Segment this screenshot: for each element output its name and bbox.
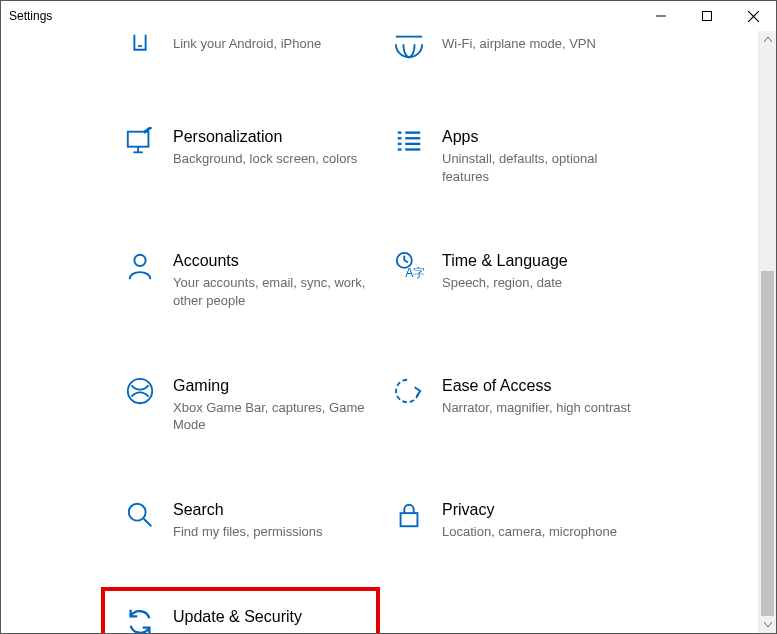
svg-text:A字: A字 xyxy=(405,267,424,281)
tile-accounts[interactable]: Accounts Your accounts, email, sync, wor… xyxy=(121,243,370,317)
tile-text: Update & Security Windows Update, recove… xyxy=(173,607,366,633)
tile-apps[interactable]: Apps Uninstall, defaults, optional featu… xyxy=(390,119,639,193)
tile-text: Privacy Location, camera, microphone xyxy=(442,500,635,541)
svg-point-24 xyxy=(129,504,146,521)
tile-text: Accounts Your accounts, email, sync, wor… xyxy=(173,251,366,309)
tile-text: Personalization Background, lock screen,… xyxy=(173,127,366,168)
globe-icon xyxy=(394,31,442,61)
tile-text: Time & Language Speech, region, date xyxy=(442,251,635,292)
tile-desc: Background, lock screen, colors xyxy=(173,150,366,168)
tile-desc: Narrator, magnifier, high contrast xyxy=(442,399,635,417)
tile-desc: Speech, region, date xyxy=(442,274,635,292)
ease-of-access-icon xyxy=(394,376,442,406)
search-icon xyxy=(125,500,173,530)
svg-line-25 xyxy=(144,519,152,527)
tile-desc: Xbox Game Bar, captures, Game Mode xyxy=(173,399,366,434)
tile-desc: Uninstall, defaults, optional features xyxy=(442,150,635,185)
tile-title: Search xyxy=(173,500,366,519)
maximize-button[interactable] xyxy=(684,1,730,31)
personalization-icon xyxy=(125,127,173,157)
vertical-scrollbar[interactable] xyxy=(758,31,776,633)
tile-search[interactable]: Search Find my files, permissions xyxy=(121,492,370,549)
tile-desc: Location, camera, microphone xyxy=(442,523,635,541)
tile-desc: Wi-Fi, airplane mode, VPN xyxy=(442,35,635,53)
tile-gaming[interactable]: Gaming Xbox Game Bar, captures, Game Mod… xyxy=(121,368,370,442)
scrollbar-thumb[interactable] xyxy=(761,271,774,616)
scroll-up-arrow[interactable] xyxy=(759,31,776,48)
person-icon xyxy=(125,251,173,281)
tile-title: Privacy xyxy=(442,500,635,519)
empty-cell xyxy=(390,549,639,633)
window-title: Settings xyxy=(9,9,638,23)
close-icon xyxy=(748,11,759,22)
close-button[interactable] xyxy=(730,1,776,31)
svg-point-23 xyxy=(128,378,152,402)
tile-desc: Windows Update, recovery, backup xyxy=(173,630,366,633)
tile-title: Personalization xyxy=(173,127,366,146)
tile-title: Ease of Access xyxy=(442,376,635,395)
tile-title: Update & Security xyxy=(173,607,366,626)
tile-desc: Link your Android, iPhone xyxy=(173,35,366,53)
tile-title: Apps xyxy=(442,127,635,146)
minimize-button[interactable] xyxy=(638,1,684,31)
window-controls xyxy=(638,1,776,31)
tile-ease-of-access[interactable]: Ease of Access Narrator, magnifier, high… xyxy=(390,368,639,442)
svg-point-18 xyxy=(134,255,145,266)
tile-title: Gaming xyxy=(173,376,366,395)
tile-title: Time & Language xyxy=(442,251,635,270)
titlebar: Settings xyxy=(1,1,776,31)
tile-text: Link your Android, iPhone xyxy=(173,31,366,53)
tile-desc: Your accounts, email, sync, work, other … xyxy=(173,274,366,309)
tile-text: Gaming Xbox Game Bar, captures, Game Mod… xyxy=(173,376,366,434)
settings-grid: Link your Android, iPhone Wi-Fi, airplan… xyxy=(1,31,759,633)
tile-desc: Find my files, permissions xyxy=(173,523,366,541)
gaming-icon xyxy=(125,376,173,406)
tile-personalization[interactable]: Personalization Background, lock screen,… xyxy=(121,119,370,193)
settings-window: Settings xyxy=(0,0,777,634)
lock-icon xyxy=(394,500,442,530)
tile-time-language[interactable]: A字 Time & Language Speech, region, date xyxy=(390,243,639,317)
tile-privacy[interactable]: Privacy Location, camera, microphone xyxy=(390,492,639,549)
tile-text: Wi-Fi, airplane mode, VPN xyxy=(442,31,635,53)
content-area: Link your Android, iPhone Wi-Fi, airplan… xyxy=(1,31,776,633)
minimize-icon xyxy=(656,11,666,21)
maximize-icon xyxy=(702,11,712,21)
scroll-down-arrow[interactable] xyxy=(759,616,776,633)
tile-text: Search Find my files, permissions xyxy=(173,500,366,541)
svg-line-21 xyxy=(404,261,408,263)
svg-rect-26 xyxy=(401,513,418,526)
apps-icon xyxy=(394,127,442,157)
tile-phone[interactable]: Link your Android, iPhone xyxy=(121,31,370,69)
tile-update-security[interactable]: Update & Security Windows Update, recove… xyxy=(121,599,370,633)
tile-network[interactable]: Wi-Fi, airplane mode, VPN xyxy=(390,31,639,69)
svg-rect-1 xyxy=(703,12,712,21)
tile-text: Apps Uninstall, defaults, optional featu… xyxy=(442,127,635,185)
update-icon xyxy=(125,607,173,633)
phone-icon xyxy=(125,31,173,61)
tile-text: Ease of Access Narrator, magnifier, high… xyxy=(442,376,635,417)
svg-rect-6 xyxy=(128,132,149,147)
time-language-icon: A字 xyxy=(394,251,442,281)
tile-title: Accounts xyxy=(173,251,366,270)
